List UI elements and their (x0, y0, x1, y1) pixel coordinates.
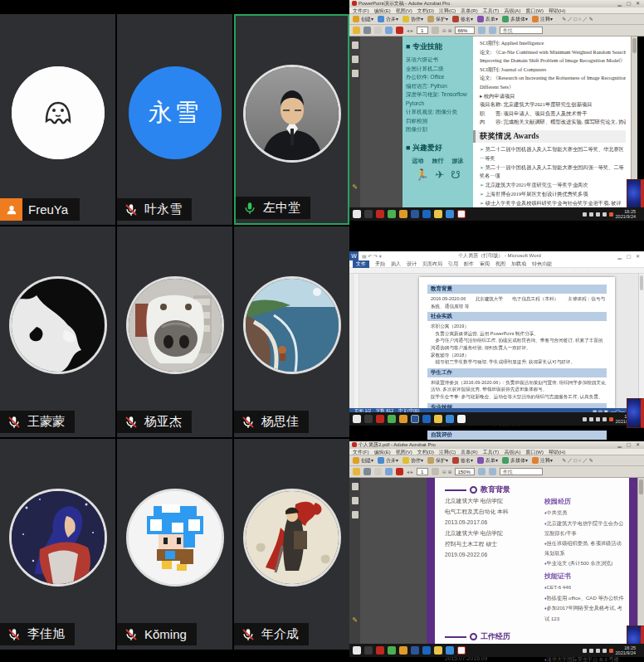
toolbar-chip[interactable]: 创建▾ (353, 457, 373, 465)
menu-item[interactable]: 视图(V) (396, 449, 412, 455)
attachments-panel-icon[interactable] (352, 70, 359, 77)
word-icon[interactable] (411, 646, 419, 655)
search-button[interactable] (364, 210, 373, 218)
toolbar-chip[interactable]: 协作▾ (402, 16, 423, 23)
toolbar-chip[interactable]: 签名▾ (452, 16, 473, 23)
search-button[interactable] (364, 415, 373, 423)
window-controls[interactable]: ▁ ▢ ✕ (617, 253, 644, 259)
taskbar-app-icon[interactable] (446, 646, 454, 655)
menu-item[interactable]: 视图(V) (396, 7, 412, 13)
vertical-scrollbar[interactable] (638, 274, 644, 408)
ribbon-tabs[interactable]: 文件 开始 插入 设计 页面布局 引用 邮件 审阅 视图 加载项 特色功能 (349, 260, 644, 268)
ribbon-tab[interactable]: 引用 (448, 260, 458, 268)
ribbon-tab[interactable]: 视图 (495, 260, 505, 268)
ribbon-tab[interactable]: 开始 (375, 260, 385, 268)
pages-panel-icon[interactable] (352, 483, 359, 490)
chrome-icon[interactable] (399, 646, 407, 655)
taskbar-app-icon[interactable] (446, 415, 454, 423)
explorer-icon[interactable] (434, 415, 442, 423)
page-number-box[interactable]: 1 (417, 27, 428, 34)
acrobat-taskbar-icon[interactable] (457, 646, 466, 655)
zoom-level-box[interactable]: 150% (455, 468, 475, 475)
page-nav-arrows[interactable]: ◂ ▸ (407, 469, 413, 475)
window-controls[interactable]: ▁ ▢ ✕ (617, 0, 644, 7)
find-input[interactable]: 查找 (500, 27, 543, 34)
page-width-icon[interactable] (489, 468, 496, 475)
ribbon-tab[interactable]: 特色功能 (532, 260, 552, 268)
bookmarks-panel-icon[interactable] (352, 56, 359, 63)
taskbar-app-icon[interactable] (376, 646, 384, 655)
menu-item[interactable]: 文件(F) (353, 7, 369, 13)
comment-note-icon[interactable]: ✎ (352, 616, 358, 624)
menu-item[interactable]: 表单(R) (461, 449, 477, 455)
quick-access-toolbar[interactable]: ▤ ↶ ↷ ▾ (362, 253, 382, 259)
email-icon[interactable] (385, 27, 393, 34)
toolbar-chip[interactable]: 表单▾ (477, 16, 498, 23)
toolbar-chip[interactable]: 创建▾ (353, 16, 373, 23)
page-fit-icon[interactable] (478, 468, 485, 475)
toolbar-chip[interactable]: 保护▾ (427, 16, 448, 23)
word-page[interactable]: 教育背景 2016.09-2020.06 北京建筑大学 电子信息工程（本科） 主… (419, 277, 615, 408)
menu-bar[interactable]: 文件(F)编辑(E)视图(V)文档(D)注释(C)表单(R)工具(T)高级(A)… (349, 7, 644, 14)
menu-bar[interactable]: 文件(F)编辑(E)视图(V)文档(D)注释(C)表单(R)工具(T)高级(A)… (349, 449, 644, 455)
bookmarks-panel-icon[interactable] (352, 497, 359, 504)
participant-tile-wangmengmeng[interactable]: 王蒙蒙 (0, 226, 115, 437)
menu-item[interactable]: 窗口(W) (525, 7, 544, 13)
zoom-out-in-icons[interactable]: ⊖ ⊕ (442, 469, 452, 475)
ribbon-tab[interactable]: 设计 (407, 260, 417, 268)
email-icon[interactable] (385, 468, 393, 475)
acrobat-icon[interactable] (396, 27, 403, 34)
participant-tile-freuya[interactable]: FreuYa (0, 14, 115, 225)
zoom-level-box[interactable]: 66% (455, 27, 475, 34)
open-icon[interactable] (353, 27, 360, 34)
hand-tool-icon[interactable] (432, 27, 439, 34)
page-width-icon[interactable] (489, 27, 496, 34)
acrobat-icon[interactable] (396, 468, 403, 475)
toolbar-chip[interactable]: 表单▾ (477, 457, 498, 465)
word-icon[interactable] (411, 210, 419, 218)
chrome-icon[interactable] (399, 415, 407, 423)
taskbar-app-icon[interactable] (376, 415, 384, 423)
system-tray[interactable]: 16:252021/9/24 (583, 645, 644, 655)
participant-tile-koming[interactable]: Kǒming (117, 439, 232, 650)
markup-tools[interactable]: ✎ ／ □ ○ ／ ✎ (562, 16, 593, 23)
taskbar-app-icon[interactable] (388, 210, 396, 218)
menu-item[interactable]: 表单(R) (461, 7, 477, 13)
participant-tile-zuozhongtang[interactable]: 左中堂 (234, 14, 349, 225)
menu-item[interactable]: 高级(A) (504, 7, 520, 13)
print-icon[interactable] (363, 468, 371, 475)
system-tray[interactable]: 16:252021/9/24 (583, 209, 644, 219)
taskbar-app-icon[interactable] (446, 210, 454, 218)
toolbar-chip[interactable]: 注释▾ (532, 457, 553, 465)
taskbar-app-icon[interactable] (376, 210, 384, 218)
toolbar-chip[interactable]: 合并▾ (378, 16, 398, 23)
menu-item[interactable]: 编辑(E) (374, 7, 391, 13)
ribbon-tab[interactable]: 页面布局 (422, 260, 442, 268)
toolbar-chip[interactable]: 多媒体▾ (502, 16, 528, 23)
menu-item[interactable]: 帮助(H) (549, 449, 565, 455)
toolbar-chip[interactable]: 注释▾ (532, 16, 553, 23)
participant-tile-yangyajie[interactable]: 杨亚杰 (117, 226, 232, 437)
attachments-panel-icon[interactable] (352, 511, 359, 518)
ribbon-tab[interactable]: 审阅 (480, 260, 490, 268)
ribbon-tab[interactable]: 加载项 (511, 260, 526, 268)
start-button[interactable] (353, 646, 361, 655)
taskbar-app-icon[interactable] (422, 415, 431, 423)
search-button[interactable] (364, 646, 373, 655)
save-icon[interactable] (374, 468, 382, 475)
menu-item[interactable]: 高级(A) (504, 449, 520, 455)
start-button[interactable] (353, 210, 361, 218)
page-nav-arrows[interactable]: ◂ ▸ (407, 27, 413, 33)
page-number-box[interactable]: 1 (417, 468, 428, 475)
toolbar-chip[interactable]: 多媒体▾ (502, 457, 528, 465)
menu-item[interactable]: 注释(C) (439, 7, 456, 13)
acrobat-taskbar-icon[interactable] (457, 415, 466, 423)
menu-item[interactable]: 文档(D) (417, 449, 434, 455)
menu-item[interactable]: 帮助(H) (549, 7, 565, 13)
menu-item[interactable]: 工具(T) (483, 7, 500, 13)
nav-panel-strip[interactable]: ✎ (349, 37, 360, 207)
vertical-scrollbar[interactable] (637, 478, 644, 650)
chrome-icon[interactable] (399, 210, 407, 218)
open-icon[interactable] (353, 468, 360, 475)
nav-panel-strip[interactable]: ✎ (349, 478, 360, 650)
